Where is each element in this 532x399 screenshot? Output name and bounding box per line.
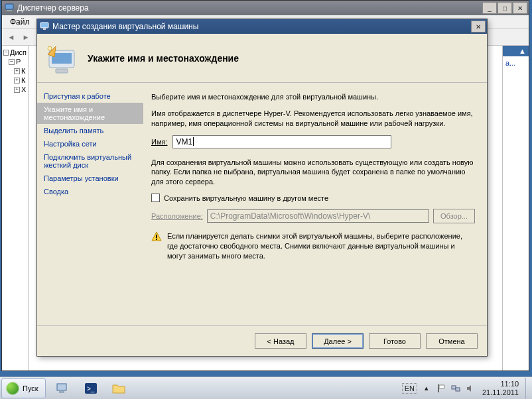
svg-rect-11 [156, 239, 157, 240]
wizard-footer: < Назад Далее > Готово Отмена [37, 325, 487, 356]
wizard-nav: Приступая к работе Укажите имя и местона… [37, 83, 143, 325]
nav-assign-memory[interactable]: Выделить память [37, 124, 143, 137]
expander-icon[interactable]: − [9, 59, 15, 65]
wizard-hero-icon [41, 38, 81, 78]
location-label: Расположение: [151, 212, 203, 220]
cancel-button[interactable]: Отмена [426, 333, 478, 349]
taskbar-powershell[interactable]: >_ [78, 379, 104, 398]
warning-text: Если планируется делать снимки этой вирт… [167, 231, 475, 261]
wizard-main: Выберите имя и местонахождение для этой … [143, 83, 487, 325]
taskbar: Пуск >_ EN ▴ 11:10 21.11.2011 [0, 376, 532, 399]
wizard-heading: Укажите имя и местонахождение [88, 53, 239, 64]
nav-configure-networking[interactable]: Настройка сети [37, 137, 143, 150]
svg-rect-2 [40, 23, 48, 28]
tray-volume-icon[interactable] [465, 383, 476, 394]
tree-label: Р [16, 58, 21, 66]
tree-pane[interactable]: − Дисп − Р + К + К + Х [2, 46, 29, 370]
new-vm-wizard: Мастер создания виртуальной машины ✕ Ука… [36, 19, 488, 357]
nav-specify-name[interactable]: Укажите имя и местонахождение [37, 103, 143, 124]
svg-rect-0 [5, 4, 13, 9]
warning-block: Если планируется делать снимки этой вирт… [151, 231, 475, 261]
name-row: Имя: VM1 [151, 135, 475, 148]
action-link[interactable]: а... [503, 56, 529, 70]
warning-icon [151, 231, 162, 242]
wizard-app-icon [40, 21, 49, 32]
actions-pane: ▲ а... [502, 46, 529, 370]
nav-summary[interactable]: Сводка [37, 185, 143, 198]
system-tray: EN ▴ 11:10 21.11.2011 [398, 380, 525, 396]
nav-before-you-begin[interactable]: Приступая к работе [37, 89, 143, 103]
svg-rect-12 [57, 384, 66, 390]
svg-point-8 [48, 46, 52, 50]
name-label: Имя: [151, 138, 167, 146]
store-elsewhere-label: Сохранить виртуальную машину в другом ме… [164, 194, 328, 202]
location-value: C:\ProgramData\Microsoft\Windows\Hyper-V… [210, 211, 370, 221]
maximize-button[interactable]: □ [498, 2, 512, 14]
desc-text: Имя отображается в диспетчере Hyper-V. Р… [151, 109, 475, 129]
cursor-icon [193, 137, 194, 146]
tree-item[interactable]: + К [3, 76, 27, 84]
svg-rect-17 [452, 386, 456, 389]
tree-label: Х [21, 86, 26, 93]
parent-title: Диспетчер сервера [17, 3, 89, 13]
show-desktop-button[interactable] [525, 378, 532, 399]
tray-network-icon[interactable] [450, 383, 461, 394]
clock-date: 21.11.2011 [482, 388, 519, 396]
windows-orb-icon [6, 382, 19, 395]
tree-item[interactable]: + К [3, 67, 27, 75]
name-value: VM1 [176, 137, 192, 146]
desc2-text: Для сохранения виртуальной машины можно … [151, 158, 475, 188]
tray-up-icon[interactable]: ▴ [421, 383, 432, 394]
svg-rect-18 [456, 388, 460, 391]
forward-icon[interactable]: ► [21, 32, 31, 42]
start-label: Пуск [23, 384, 38, 392]
tree-item[interactable]: + Х [3, 86, 27, 93]
taskbar-explorer[interactable] [105, 379, 132, 398]
close-button[interactable]: ✕ [513, 2, 527, 14]
file-menu[interactable]: Файл [5, 16, 35, 28]
language-indicator[interactable]: EN [402, 383, 417, 394]
back-button[interactable]: < Назад [255, 333, 306, 349]
taskbar-server-manager[interactable] [50, 379, 76, 398]
expander-icon[interactable]: + [14, 78, 20, 84]
wizard-close-button[interactable]: ✕ [471, 21, 486, 32]
nav-connect-vhd[interactable]: Подключить виртуальный жесткий диск [37, 150, 143, 172]
next-button[interactable]: Далее > [312, 333, 364, 349]
store-elsewhere-row: Сохранить виртуальную машину в другом ме… [151, 194, 475, 202]
back-icon[interactable]: ◄ [6, 32, 17, 42]
browse-button: Обзор... [433, 209, 475, 223]
expander-icon[interactable]: − [3, 50, 9, 56]
location-input: C:\ProgramData\Microsoft\Windows\Hyper-V… [207, 209, 429, 223]
tree-item[interactable]: − Р [3, 58, 27, 66]
svg-rect-13 [59, 391, 64, 393]
wizard-title: Мастер создания виртуальной машины [52, 22, 198, 31]
nav-install-options[interactable]: Параметры установки [37, 172, 143, 185]
clock[interactable]: 11:10 21.11.2011 [480, 380, 521, 396]
tree-label: К [21, 67, 25, 75]
svg-rect-6 [56, 69, 68, 73]
wizard-titlebar[interactable]: Мастер создания виртуальной машины ✕ [37, 19, 487, 34]
store-elsewhere-checkbox[interactable] [151, 194, 160, 202]
svg-rect-1 [7, 10, 12, 11]
actions-header: ▲ [503, 46, 529, 56]
svg-rect-3 [43, 28, 46, 30]
wizard-header: Укажите имя и местонахождение [37, 34, 487, 83]
tray-flag-icon[interactable] [436, 383, 446, 394]
tree-root[interactable]: − Дисп [3, 48, 27, 56]
svg-rect-10 [156, 235, 157, 238]
tree-label: К [21, 76, 25, 84]
expander-icon[interactable]: + [14, 68, 20, 74]
finish-button[interactable]: Готово [369, 333, 421, 349]
name-input[interactable]: VM1 [172, 135, 391, 148]
svg-text:>_: >_ [87, 385, 95, 392]
start-button[interactable]: Пуск [1, 378, 46, 398]
tree-label: Дисп [10, 48, 27, 56]
wizard-body: Приступая к работе Укажите имя и местона… [37, 83, 487, 325]
intro-text: Выберите имя и местонахождение для этой … [151, 92, 475, 102]
minimize-button[interactable]: _ [482, 2, 497, 14]
clock-time: 11:10 [482, 380, 519, 388]
parent-titlebar[interactable]: Диспетчер сервера _ □ ✕ [2, 1, 529, 15]
expander-icon[interactable]: + [14, 87, 20, 93]
server-icon [5, 3, 14, 14]
location-row: Расположение: C:\ProgramData\Microsoft\W… [151, 209, 475, 223]
